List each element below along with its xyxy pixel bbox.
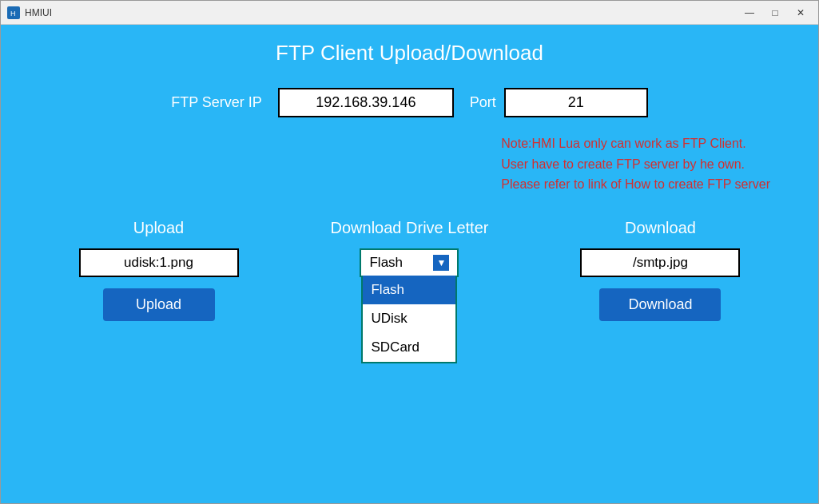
drive-dropdown-container: Flash ▼ Flash UDisk SDCard [360,248,459,277]
ip-input[interactable] [278,88,454,117]
titlebar-left: H HMIUI [7,6,52,19]
download-button[interactable]: Download [599,288,721,321]
main-window: H HMIUI — □ ✕ FTP Client Upload/Download… [0,0,819,504]
port-section: Port [470,88,648,117]
drive-option-udisk[interactable]: UDisk [363,304,455,333]
bottom-section: Upload Upload Download Drive Letter Flas… [33,219,786,321]
download-title: Download [625,219,696,237]
page-title: FTP Client Upload/Download [276,41,543,65]
drive-selected-value: Flash [369,255,433,271]
drive-select-wrapper: Flash ▼ Flash UDisk SDCard [360,248,459,277]
upload-column: Upload Upload [79,219,239,321]
download-column: Download Download [580,219,740,321]
drive-title: Download Drive Letter [331,219,489,237]
note-line2: User have to create FTP server by he own… [501,154,770,175]
titlebar: H HMIUI — □ ✕ [1,1,818,25]
server-row: FTP Server IP Port [33,88,786,117]
titlebar-controls: — □ ✕ [738,5,812,21]
drive-option-sdcard[interactable]: SDCard [363,333,455,362]
dropdown-arrow-icon: ▼ [433,255,449,271]
drive-dropdown-list: Flash UDisk SDCard [361,276,457,363]
port-label: Port [470,94,496,111]
note-section: Note:HMI Lua only can work as FTP Client… [501,133,770,195]
ip-label: FTP Server IP [171,94,262,111]
note-line3: Please refer to link of How to create FT… [501,174,770,195]
titlebar-title: HMIUI [25,7,52,18]
upload-file-input[interactable] [79,248,239,277]
main-content: FTP Client Upload/Download FTP Server IP… [1,25,818,503]
drive-column: Download Drive Letter Flash ▼ Flash UDis… [331,219,489,277]
maximize-button[interactable]: □ [764,5,786,21]
svg-text:H: H [10,10,16,18]
upload-button[interactable]: Upload [103,288,215,321]
upload-title: Upload [133,219,184,237]
note-line1: Note:HMI Lua only can work as FTP Client… [501,133,770,154]
port-input[interactable] [504,88,648,117]
close-button[interactable]: ✕ [789,5,812,21]
app-icon: H [7,6,20,19]
drive-select-header[interactable]: Flash ▼ [361,250,457,276]
minimize-button[interactable]: — [738,5,761,21]
download-file-input[interactable] [580,248,740,277]
drive-option-flash[interactable]: Flash [363,276,455,304]
